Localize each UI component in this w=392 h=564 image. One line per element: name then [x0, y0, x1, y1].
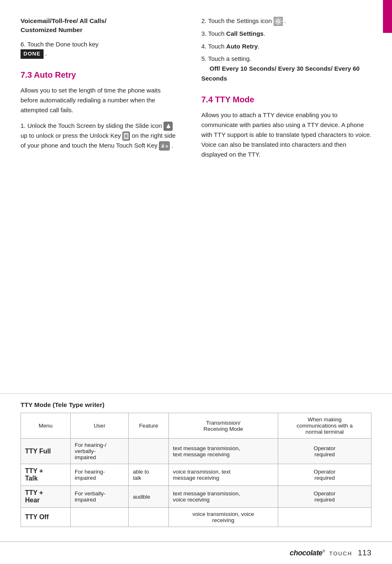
section-74-body: Allows you to attach a TTY device enabli…	[201, 110, 371, 159]
svg-rect-5	[159, 142, 170, 150]
menu-icon-svg	[159, 142, 170, 150]
right-steps: 2. Touch the Settings icon	[201, 16, 371, 83]
col-menu: Menu	[21, 413, 71, 439]
table-row: TTY +Hear For verbally-impaired audible …	[21, 486, 371, 508]
col-user: User	[70, 413, 129, 439]
svg-rect-14	[281, 21, 282, 22]
footer-brand: chocolate® TOUCH 113	[290, 548, 371, 557]
step-3: 3. Touch Call Settings.	[201, 29, 371, 39]
step1-text: 1. Unlock the Touch Screen by sliding th…	[21, 122, 162, 129]
table-row: TTY Full For hearing-/verbally-impaired …	[21, 439, 371, 464]
tty-header-row: Menu User Feature Transmission/Receiving…	[21, 413, 371, 439]
row2-feature: able totalk	[129, 464, 168, 486]
row1-when: Operatorrequired	[278, 439, 371, 464]
row1-user: For hearing-/verbally-impaired	[70, 439, 129, 464]
table-row: TTY +Talk For hearing-impaired able tota…	[21, 464, 371, 486]
svg-marker-1	[166, 124, 171, 128]
slide-icon	[164, 122, 173, 131]
row3-menu: TTY +Hear	[21, 486, 71, 508]
row2-when: Operatorrequired	[278, 464, 371, 486]
col-transmission: Transmission/Receiving Mode	[168, 413, 278, 439]
row2-user: For hearing-impaired	[70, 464, 129, 486]
section-73-title: 7.3 Auto Retry	[21, 70, 177, 80]
bookmark-tab	[383, 0, 392, 33]
settings-icon-svg	[274, 17, 283, 26]
section-73-body: Allows you to set the length of time the…	[21, 86, 177, 115]
step1-suffix: .	[172, 142, 173, 149]
row2-transmission: voice transmission, textmessage receivin…	[168, 464, 278, 486]
brand-name: chocolate	[290, 549, 323, 557]
step-1-block: 1. Unlock the Touch Screen by sliding th…	[21, 121, 177, 150]
brand-product: TOUCH	[329, 550, 352, 557]
svg-point-7	[166, 145, 168, 148]
page: Voicemail/Toll-free/ All Calls/ Customiz…	[0, 0, 392, 564]
section-74-title: 7.4 TTY Mode	[201, 95, 371, 104]
row4-transmission: voice transmission, voicereceiving	[168, 508, 278, 527]
step-6-text: 6. Touch the Done touch key DONE .	[21, 40, 177, 58]
row1-feature	[129, 439, 168, 464]
row3-feature: audible	[129, 486, 168, 508]
unlock-key-svg	[123, 132, 129, 140]
row4-menu: TTY Off	[21, 508, 71, 527]
row3-transmission: text message transmission,voice receivin…	[168, 486, 278, 508]
tty-table-title: TTY Mode (Tele Type writer)	[21, 401, 371, 409]
page-number: 113	[358, 548, 371, 557]
col-feature: Feature	[129, 413, 168, 439]
settings-icon	[274, 17, 283, 26]
setting-options: Off/ Every 10 Seconds/ Every 30 Seconds/…	[201, 65, 360, 82]
unlock-key-icon	[122, 132, 130, 141]
done-badge: DONE	[21, 49, 44, 58]
tty-table-body: TTY Full For hearing-/verbally-impaired …	[21, 439, 371, 527]
tty-table-header: Menu User Feature Transmission/Receiving…	[21, 413, 371, 439]
svg-point-6	[161, 145, 164, 148]
row4-user	[70, 508, 129, 527]
col-when: When makingcommunications with anormal t…	[278, 413, 371, 439]
step-2: 2. Touch the Settings icon	[201, 16, 371, 26]
row1-menu: TTY Full	[21, 439, 71, 464]
voicemail-heading: Voicemail/Toll-free/ All Calls/ Customiz…	[21, 16, 177, 34]
svg-rect-11	[278, 18, 279, 19]
row4-when	[278, 508, 371, 527]
tty-table: Menu User Feature Transmission/Receiving…	[21, 413, 371, 527]
tty-mode-section: TTY Mode (Tele Type writer) Menu User Fe…	[0, 393, 392, 539]
footer: chocolate® TOUCH 113	[0, 541, 392, 564]
row2-menu: TTY +Talk	[21, 464, 71, 486]
step-5: 5. Touch a setting. Off/ Every 10 Second…	[201, 54, 371, 83]
step1-text2: up to unlock or press the Unlock Key	[21, 132, 121, 139]
svg-rect-12	[278, 24, 279, 25]
table-row: TTY Off voice transmission, voicereceivi…	[21, 508, 371, 527]
svg-rect-13	[274, 21, 276, 22]
slide-icon-svg	[164, 122, 173, 131]
svg-rect-4	[125, 135, 127, 137]
row3-when: Operatorrequired	[278, 486, 371, 508]
row4-feature	[129, 508, 168, 527]
row1-transmission: text message transmission,text message r…	[168, 439, 278, 464]
menu-softkey-icon	[159, 141, 170, 150]
svg-point-10	[277, 21, 279, 22]
step-4: 4. Touch Auto Retry.	[201, 42, 371, 51]
svg-rect-0	[164, 122, 173, 131]
row3-user: For verbally-impaired	[70, 486, 129, 508]
